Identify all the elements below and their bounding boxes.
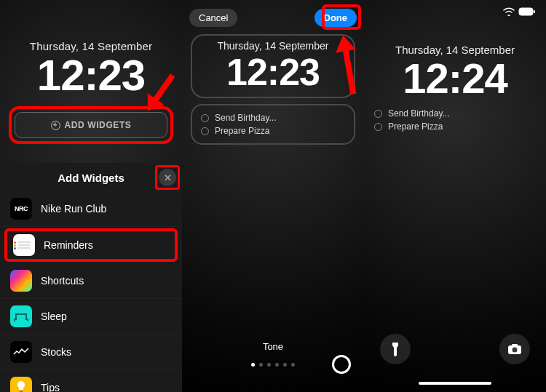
reminder-item: Send Birthday...	[374, 107, 536, 120]
app-label: Shortcuts	[41, 275, 84, 287]
lock-time: 12:23	[199, 53, 347, 91]
screen-2-editing: Cancel Done Thursday, 14 September 12:23…	[182, 0, 364, 392]
color-tone-label: Tone	[182, 341, 364, 352]
add-widgets-button[interactable]: + ADD WIDGETS	[15, 112, 167, 138]
svg-rect-2	[534, 10, 535, 13]
page-dot	[283, 363, 287, 367]
page-dot	[259, 363, 263, 367]
page-dot	[267, 363, 271, 367]
battery-icon	[518, 7, 536, 16]
reminders-widget[interactable]: Send Birthday... Prepare Pizza	[374, 107, 536, 133]
tips-icon	[10, 377, 32, 392]
sleep-icon	[10, 305, 32, 327]
home-indicator[interactable]	[419, 382, 491, 385]
reminder-item: Prepare Pizza	[201, 124, 345, 137]
page-dot	[275, 363, 279, 367]
camera-button[interactable]	[499, 334, 530, 364]
nike-run-club-icon: NRC	[10, 198, 32, 220]
app-label: Tips	[41, 382, 60, 392]
app-label: Reminders	[44, 239, 93, 251]
reminder-text: Prepare Pizza	[388, 121, 443, 132]
app-row-nike-run-club[interactable]: NRC Nike Run Club	[0, 191, 182, 227]
highlight-box-close	[155, 165, 180, 190]
svg-rect-5	[512, 344, 518, 347]
status-bar	[364, 0, 546, 16]
plus-icon: +	[51, 121, 60, 130]
page-dot	[251, 363, 255, 367]
app-row-tips[interactable]: Tips	[0, 370, 182, 392]
app-row-stocks[interactable]: Stocks	[0, 335, 182, 370]
svg-rect-1	[519, 8, 533, 15]
reminder-text: Prepare Pizza	[215, 126, 269, 136]
checkbox-icon	[374, 110, 382, 118]
screen-3-lockscreen: Thursday, 14 September 12:24 Send Birthd…	[364, 0, 546, 392]
reminders-icon	[13, 234, 35, 256]
reminder-item: Send Birthday...	[201, 111, 345, 124]
svg-point-4	[513, 348, 518, 353]
cancel-button[interactable]: Cancel	[189, 9, 237, 27]
reminder-text: Send Birthday...	[215, 113, 277, 123]
app-row-sleep[interactable]: Sleep	[0, 299, 182, 335]
screen-1-add-widgets: Thursday, 14 September 12:23 + ADD WIDGE…	[0, 0, 182, 392]
reminder-item: Prepare Pizza	[374, 120, 536, 133]
reminder-text: Send Birthday...	[388, 108, 450, 119]
page-dot	[291, 363, 295, 367]
camera-icon	[507, 343, 522, 355]
app-row-reminders[interactable]: Reminders	[4, 228, 178, 262]
checkbox-icon	[374, 123, 382, 131]
app-label: Stocks	[41, 346, 71, 358]
add-widgets-label: ADD WIDGETS	[65, 120, 132, 130]
checkbox-icon	[201, 114, 209, 122]
add-widgets-sheet: Add Widgets ✕ NRC Nike Run Club Reminder…	[0, 163, 182, 392]
stocks-icon	[10, 341, 32, 363]
sheet-title: Add Widgets ✕	[0, 163, 182, 191]
lock-date: Thursday, 14 September	[199, 40, 347, 52]
flashlight-icon	[390, 341, 400, 357]
app-label: Sleep	[41, 311, 67, 322]
wifi-icon	[503, 7, 515, 16]
checkbox-icon	[201, 127, 209, 135]
app-row-shortcuts[interactable]: Shortcuts	[0, 263, 182, 299]
highlight-box-done	[322, 4, 361, 30]
reminders-widget-frame[interactable]: Send Birthday... Prepare Pizza	[191, 104, 355, 145]
app-label: Nike Run Club	[41, 203, 106, 215]
flashlight-button[interactable]	[380, 334, 411, 364]
shutter-button[interactable]	[332, 355, 351, 374]
shortcuts-icon	[10, 270, 32, 292]
lock-time: 12:24	[364, 57, 546, 100]
